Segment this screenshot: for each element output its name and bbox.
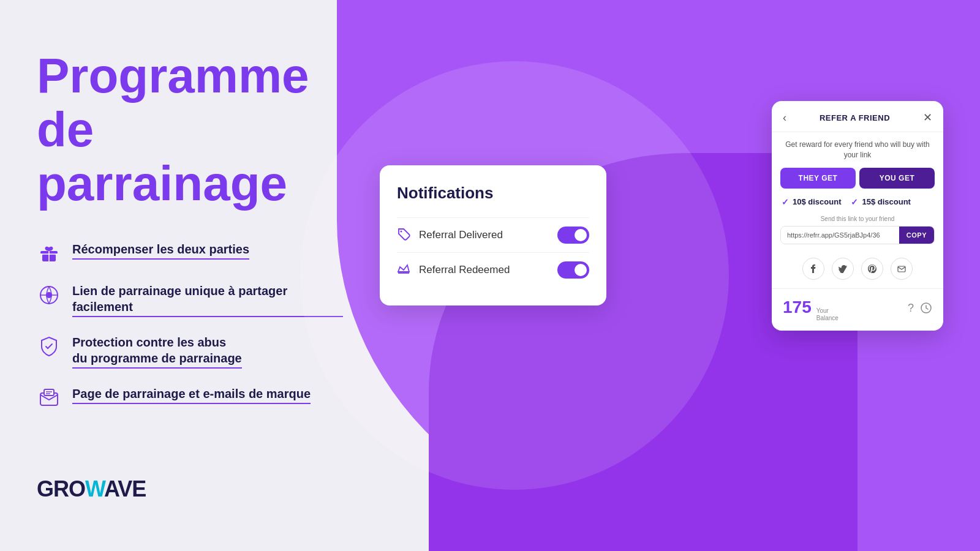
notifications-card: Notifications Referral Delivered [380,165,606,305]
discount-you-value: 15$ discount [862,197,910,206]
svg-point-11 [401,230,402,232]
toggle-delivered[interactable] [557,227,589,244]
logo-wave-letter: W [85,476,104,501]
notifications-title: Notifications [397,184,589,203]
discount-you: ✓ 15$ discount [851,197,910,207]
svg-rect-8 [44,389,54,395]
refer-card: ‹ REFER A FRIEND ✕ Get reward for every … [772,101,943,331]
balance-left: 175 Your Balance [783,298,839,322]
feature-item: Lien de parrainage unique à partager fac… [37,283,343,317]
crown-icon [397,262,410,279]
logo-text: GROWAVE [37,476,146,502]
close-button[interactable]: ✕ [923,111,932,124]
back-button[interactable]: ‹ [783,111,786,124]
link-label: Send this link to your friend [772,216,943,226]
discount-they: ✓ 10$ discount [782,197,841,207]
email-icon [37,386,61,410]
tag-icon [397,227,410,244]
copy-button[interactable]: COPY [899,227,934,244]
feature-text-3: Protection contre les abusdu programme d… [72,334,242,369]
social-icons [772,253,943,288]
shield-icon [37,334,61,359]
refer-balance: 175 Your Balance ? [772,288,943,331]
check-icon-they: ✓ [782,197,789,207]
notification-row-left-2: Referral Redeemed [397,262,510,279]
refer-title: REFER A FRIEND [820,113,890,122]
notification-label-1: Referral Delivered [419,229,503,241]
notification-row-delivered: Referral Delivered [397,217,589,252]
features-list: Récompenser les deux parties Lien de par… [37,241,343,410]
balance-icons: ? [908,302,932,317]
feature-item: Protection contre les abusdu programme d… [37,334,343,369]
feature-item: Récompenser les deux parties [37,241,343,266]
right-area: Notifications Referral Delivered [337,0,980,551]
logo: GROWAVE [37,476,343,502]
hero-title: Programme de parrainage [37,49,343,211]
refer-subtitle: Get reward for every friend who will buy… [772,132,943,168]
discount-they-value: 10$ discount [793,197,841,206]
toggle-redeemed[interactable] [557,261,589,279]
notification-label-2: Referral Redeemed [419,264,510,276]
refer-discounts: ✓ 10$ discount ✓ 15$ discount [772,189,943,216]
tab-they-get[interactable]: THEY GET [780,168,856,189]
hero-section: Programme de parrainage Récompenser les … [37,49,343,410]
refer-tabs: THEY GET YOU GET [780,168,935,189]
help-icon[interactable]: ? [908,302,914,317]
referral-link-input[interactable] [781,227,899,244]
feature-item: Page de parrainage et e-mails de marque [37,386,343,410]
facebook-button[interactable] [802,258,824,280]
twitter-button[interactable] [832,258,854,280]
link-icon [37,283,61,307]
notification-row-left: Referral Delivered [397,227,503,244]
balance-label: Your Balance [816,307,839,322]
feature-text-1: Récompenser les deux parties [72,241,249,260]
feature-text-4: Page de parrainage et e-mails de marque [72,386,311,404]
gift-icon [37,241,61,266]
refer-header: ‹ REFER A FRIEND ✕ [772,101,943,132]
history-icon[interactable] [920,302,932,317]
check-icon-you: ✓ [851,197,858,207]
pinterest-button[interactable] [861,258,883,280]
tab-you-get[interactable]: YOU GET [859,168,935,189]
notification-row-redeemed: Referral Redeemed [397,252,589,287]
balance-number: 175 [783,298,812,317]
email-share-button[interactable] [891,258,913,280]
refer-link-row: COPY [780,226,935,244]
